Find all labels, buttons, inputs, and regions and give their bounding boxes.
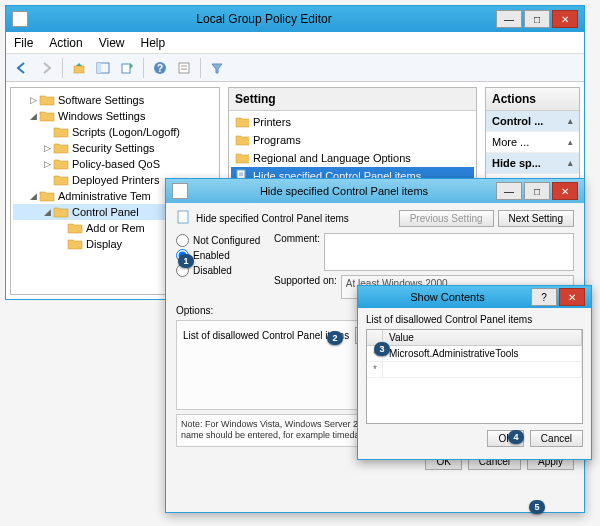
marker-4: 4 bbox=[508, 430, 524, 444]
menu-action[interactable]: Action bbox=[49, 36, 82, 50]
action-row[interactable]: Control ...▴ bbox=[486, 111, 579, 132]
radio-input[interactable] bbox=[176, 234, 189, 247]
dlg2-list-label: List of disallowed Control Panel items bbox=[366, 314, 583, 325]
titlebar[interactable]: Local Group Policy Editor — □ ✕ bbox=[6, 6, 584, 32]
svg-rect-3 bbox=[122, 64, 130, 73]
settings-header: Setting bbox=[229, 88, 476, 111]
window-title: Local Group Policy Editor bbox=[32, 12, 496, 26]
comment-textarea[interactable] bbox=[324, 233, 574, 271]
setting-label: Printers bbox=[253, 116, 291, 128]
setting-item[interactable]: Programs bbox=[231, 131, 474, 149]
filter-icon[interactable] bbox=[207, 58, 227, 78]
setting-label: Programs bbox=[253, 134, 301, 146]
export-icon[interactable] bbox=[117, 58, 137, 78]
tree-item-label: Deployed Printers bbox=[72, 174, 159, 186]
properties-icon[interactable] bbox=[174, 58, 194, 78]
grid-row[interactable] bbox=[367, 362, 582, 378]
setting-label: Regional and Language Options bbox=[253, 152, 411, 164]
comment-label: Comment: bbox=[274, 233, 320, 244]
dlg2-titlebar[interactable]: Show Contents ? ✕ bbox=[358, 286, 591, 308]
menu-file[interactable]: File bbox=[14, 36, 33, 50]
action-row[interactable]: More ...▴ bbox=[486, 132, 579, 153]
folder-icon bbox=[39, 189, 55, 203]
minimize-button[interactable]: — bbox=[496, 10, 522, 28]
folder-icon bbox=[67, 221, 83, 235]
folder-icon bbox=[235, 115, 249, 129]
tree-item[interactable]: ▷Security Settings bbox=[13, 140, 217, 156]
value-column-header[interactable]: Value bbox=[383, 330, 582, 345]
previous-setting-button[interactable]: Previous Setting bbox=[399, 210, 494, 227]
menubar: File Action View Help bbox=[6, 32, 584, 54]
actions-header: Actions bbox=[486, 88, 579, 111]
chevron-icon: ▴ bbox=[568, 158, 573, 168]
tree-item-label: Control Panel bbox=[72, 206, 139, 218]
grid-cell[interactable] bbox=[383, 362, 582, 378]
dlg1-title: Hide specified Control Panel items bbox=[192, 185, 496, 197]
folder-icon bbox=[39, 109, 55, 123]
tree-item-label: Administrative Tem bbox=[58, 190, 151, 202]
tree-item[interactable]: ▷Software Settings bbox=[13, 92, 217, 108]
dlg2-close-button[interactable]: ✕ bbox=[559, 288, 585, 306]
grid-cell[interactable]: Microsoft.AdministrativeTools bbox=[383, 346, 582, 362]
action-label: More ... bbox=[492, 136, 529, 148]
svg-rect-2 bbox=[97, 63, 101, 73]
radio-label: Enabled bbox=[193, 250, 230, 261]
dlg2-title: Show Contents bbox=[364, 291, 531, 303]
maximize-button[interactable]: □ bbox=[524, 10, 550, 28]
tree-item[interactable]: Scripts (Logon/Logoff) bbox=[13, 124, 217, 140]
dlg1-maximize-button[interactable]: □ bbox=[524, 182, 550, 200]
marker-3: 3 bbox=[374, 342, 390, 356]
tree-item-label: Software Settings bbox=[58, 94, 144, 106]
policy-icon bbox=[176, 209, 192, 227]
folder-icon bbox=[235, 151, 249, 165]
action-label: Hide sp... bbox=[492, 157, 541, 169]
svg-rect-12 bbox=[178, 211, 188, 223]
tree-item-label: Scripts (Logon/Logoff) bbox=[72, 126, 180, 138]
menu-view[interactable]: View bbox=[99, 36, 125, 50]
script-icon bbox=[53, 125, 69, 139]
grid-row[interactable]: Microsoft.AdministrativeTools bbox=[367, 346, 582, 362]
forward-icon[interactable] bbox=[36, 58, 56, 78]
svg-text:?: ? bbox=[157, 63, 163, 74]
setting-item[interactable]: Printers bbox=[231, 113, 474, 131]
show-hide-tree-icon[interactable] bbox=[93, 58, 113, 78]
next-setting-button[interactable]: Next Setting bbox=[498, 210, 574, 227]
chevron-icon: ▴ bbox=[568, 116, 573, 126]
folder-icon bbox=[53, 205, 69, 219]
tree-item[interactable]: ◢Windows Settings bbox=[13, 108, 217, 124]
app-icon bbox=[12, 11, 28, 27]
lock-icon bbox=[53, 141, 69, 155]
dlg1-close-button[interactable]: ✕ bbox=[552, 182, 578, 200]
value-grid[interactable]: Value Microsoft.AdministrativeTools bbox=[366, 329, 583, 424]
folder-icon bbox=[67, 237, 83, 251]
qos-icon bbox=[53, 157, 69, 171]
svg-rect-6 bbox=[179, 63, 189, 73]
back-icon[interactable] bbox=[12, 58, 32, 78]
tree-item-label: Windows Settings bbox=[58, 110, 145, 122]
close-button[interactable]: ✕ bbox=[552, 10, 578, 28]
tree-item-label: Add or Rem bbox=[86, 222, 145, 234]
marker-1: 1 bbox=[178, 254, 194, 268]
menu-help[interactable]: Help bbox=[141, 36, 166, 50]
dlg1-minimize-button[interactable]: — bbox=[496, 182, 522, 200]
radio-option[interactable]: Not Configured bbox=[176, 233, 266, 248]
dlg1-titlebar[interactable]: Hide specified Control Panel items — □ ✕ bbox=[166, 179, 584, 203]
action-row[interactable]: Hide sp...▴ bbox=[486, 153, 579, 174]
action-label: Control ... bbox=[492, 115, 543, 127]
show-contents-dialog: Show Contents ? ✕ List of disallowed Con… bbox=[357, 285, 592, 460]
toolbar: ? bbox=[6, 54, 584, 82]
setting-item[interactable]: Regional and Language Options bbox=[231, 149, 474, 167]
help-icon[interactable]: ? bbox=[150, 58, 170, 78]
disallowed-label: List of disallowed Control Panel items bbox=[183, 330, 349, 341]
radio-label: Disabled bbox=[193, 265, 232, 276]
dlg2-cancel-button[interactable]: Cancel bbox=[530, 430, 583, 447]
up-icon[interactable] bbox=[69, 58, 89, 78]
printer-icon bbox=[53, 173, 69, 187]
svg-rect-0 bbox=[74, 66, 84, 73]
policy-subtitle: Hide specified Control Panel items bbox=[196, 213, 349, 224]
supported-label: Supported on: bbox=[274, 275, 337, 286]
tree-item[interactable]: ▷Policy-based QoS bbox=[13, 156, 217, 172]
chevron-icon: ▴ bbox=[568, 137, 573, 147]
dlg2-help-button[interactable]: ? bbox=[531, 288, 557, 306]
tree-item-label: Policy-based QoS bbox=[72, 158, 160, 170]
